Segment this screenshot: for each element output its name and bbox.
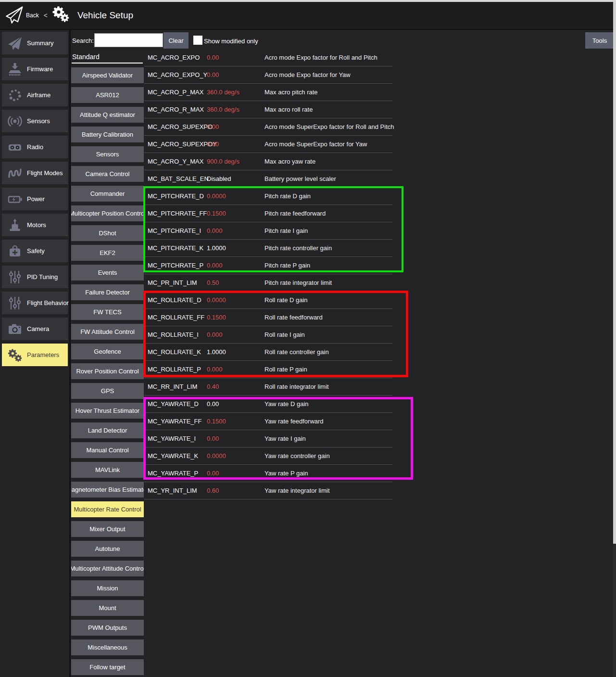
- group-item-land-detector[interactable]: Land Detector: [71, 422, 144, 438]
- param-value: 0.00: [207, 123, 219, 130]
- param-row-mc_yawrate_p[interactable]: MC_YAWRATE_P0.00Yaw rate P gain: [144, 465, 392, 482]
- param-row-mc_acro_p_max[interactable]: MC_ACRO_P_MAX360.0 deg/sMax acro pitch r…: [144, 84, 392, 101]
- tools-button[interactable]: Tools: [585, 32, 614, 49]
- param-row-mc_yr_int_lim[interactable]: MC_YR_INT_LIM0.60Yaw rate integrator lim…: [144, 482, 392, 499]
- group-item-pwm-outputs[interactable]: PWM Outputs: [71, 620, 144, 636]
- param-row-mc_bat_scale_en[interactable]: MC_BAT_SCALE_ENDisabledBattery power lev…: [144, 170, 392, 188]
- group-item-commander[interactable]: Commander: [71, 186, 144, 202]
- back-button[interactable]: Back: [26, 12, 39, 19]
- sidebar-item-label: PID Tuning: [27, 273, 58, 281]
- group-item-ekf2[interactable]: EKF2: [71, 245, 144, 261]
- group-header-standard[interactable]: Standard: [72, 53, 100, 61]
- param-name: MC_YAWRATE_I: [148, 435, 196, 442]
- sidebar-item-motors[interactable]: Motors: [2, 214, 68, 236]
- param-row-mc_pitchrate_d[interactable]: MC_PITCHRATE_D0.0000Pitch rate D gain: [144, 188, 392, 205]
- group-item-mavlink[interactable]: MAVLink: [71, 462, 144, 478]
- sidebar-item-parameters[interactable]: Parameters: [2, 344, 68, 366]
- param-row-mc_pitchrate_i[interactable]: MC_PITCHRATE_I0.000Pitch rate I gain: [144, 222, 392, 240]
- airframe-icon: [6, 87, 24, 104]
- param-row-mc_rollrate_i[interactable]: MC_ROLLRATE_I0.000Roll rate I gain: [144, 326, 392, 344]
- group-item-mission[interactable]: Mission: [71, 580, 144, 596]
- group-item-magnetometer-bias-estimator[interactable]: Magnetometer Bias Estimator: [71, 482, 144, 498]
- group-item-events[interactable]: Events: [71, 265, 144, 281]
- sidebar-item-flight-modes[interactable]: Flight Modes: [2, 162, 68, 184]
- param-row-mc_rollrate_d[interactable]: MC_ROLLRATE_D0.0000Roll rate D gain: [144, 292, 392, 309]
- sidebar-item-pid-tuning[interactable]: PID Tuning: [2, 266, 68, 288]
- show-modified-checkbox[interactable]: [193, 36, 202, 45]
- param-row-mc_rr_int_lim[interactable]: MC_RR_INT_LIM0.40Roll rate integrator li…: [144, 378, 392, 396]
- app-logo-plane-icon[interactable]: [4, 5, 24, 26]
- sidebar-item-power[interactable]: Power: [2, 188, 68, 210]
- param-row-mc_rollrate_ff[interactable]: MC_ROLLRATE_FF0.1500Roll rate feedforwar…: [144, 309, 392, 326]
- sidebar-item-radio[interactable]: Radio: [2, 136, 68, 158]
- param-row-mc_yawrate_k[interactable]: MC_YAWRATE_K0.0000Yaw rate controller ga…: [144, 447, 392, 465]
- group-item-follow-target[interactable]: Follow target: [71, 659, 144, 675]
- param-row-mc_pitchrate_p[interactable]: MC_PITCHRATE_P0.000Pitch rate P gain: [144, 257, 392, 274]
- param-row-mc_pitchrate_k[interactable]: MC_PITCHRATE_K1.0000Pitch rate controlle…: [144, 240, 392, 257]
- sidebar-item-safety[interactable]: Safety: [2, 240, 68, 262]
- group-item-attitude-q-estimator[interactable]: Attitude Q estimator: [71, 107, 144, 123]
- param-description: Yaw rate D gain: [264, 400, 309, 408]
- param-row-mc_acro_r_max[interactable]: MC_ACRO_R_MAX360.0 deg/sMax acro roll ra…: [144, 101, 392, 118]
- scrollbar-thumb[interactable]: [613, 2, 616, 544]
- scrollbar-track[interactable]: [613, 2, 616, 677]
- group-item-mount[interactable]: Mount: [71, 600, 144, 616]
- param-value: 0.000: [207, 262, 223, 269]
- param-row-mc_acro_expo[interactable]: MC_ACRO_EXPO0.00Acro mode Expo factor fo…: [144, 49, 392, 66]
- param-row-mc_acro_supexpoy[interactable]: MC_ACRO_SUPEXPOY0.00Acro mode SuperExpo …: [144, 136, 392, 153]
- clear-button[interactable]: Clear: [163, 32, 189, 49]
- sidebar-item-summary[interactable]: Summary: [2, 32, 68, 54]
- param-row-mc_yawrate_ff[interactable]: MC_YAWRATE_FF0.1500Yaw rate feedforward: [144, 413, 392, 430]
- group-item-rover-position-control[interactable]: Rover Position Control: [71, 363, 144, 379]
- param-description: Acro mode SuperExpo factor for Roll and …: [264, 123, 394, 130]
- group-item-gps[interactable]: GPS: [71, 383, 144, 399]
- group-item-manual-control[interactable]: Manual Control: [71, 442, 144, 458]
- group-item-failure-detector[interactable]: Failure Detector: [71, 284, 144, 300]
- param-description: Roll rate controller gain: [264, 348, 329, 356]
- param-description: Roll rate D gain: [264, 296, 308, 304]
- param-name: MC_ROLLRATE_I: [148, 331, 199, 338]
- group-item-sensors[interactable]: Sensors: [71, 146, 144, 162]
- param-row-mc_yawrate_d[interactable]: MC_YAWRATE_D0.00Yaw rate D gain: [144, 396, 392, 413]
- param-description: Roll rate feedforward: [264, 314, 323, 321]
- group-item-mixer-output[interactable]: Mixer Output: [71, 521, 144, 537]
- group-item-geofence[interactable]: Geofence: [71, 344, 144, 359]
- param-name: MC_ROLLRATE_P: [148, 366, 201, 373]
- param-name: MC_ACRO_R_MAX: [148, 106, 204, 113]
- group-item-multicopter-rate-control[interactable]: Multicopter Rate Control: [71, 501, 144, 517]
- param-row-mc_acro_supexpo[interactable]: MC_ACRO_SUPEXPO0.00Acro mode SuperExpo f…: [144, 118, 392, 136]
- param-row-mc_acro_y_max[interactable]: MC_ACRO_Y_MAX900.0 deg/sMax acro yaw rat…: [144, 153, 392, 170]
- group-item-dshot[interactable]: DShot: [71, 225, 144, 241]
- param-value: 0.1500: [207, 314, 226, 321]
- power-icon: [6, 191, 24, 208]
- param-row-mc_pitchrate_ff[interactable]: MC_PITCHRATE_FF0.1500Pitch rate feedforw…: [144, 205, 392, 222]
- sidebar-item-airframe[interactable]: Airframe: [2, 84, 68, 106]
- group-item-miscellaneous[interactable]: Miscellaneous: [71, 639, 144, 655]
- sidebar-item-camera[interactable]: Camera: [2, 318, 68, 340]
- group-item-multicopter-position-control[interactable]: Multicopter Position Control: [71, 205, 144, 221]
- group-item-asr012[interactable]: ASR012: [71, 87, 144, 103]
- param-row-mc_yawrate_i[interactable]: MC_YAWRATE_I0.00Yaw rate I gain: [144, 430, 392, 447]
- param-name: MC_ACRO_P_MAX: [148, 89, 203, 96]
- sidebar-item-flight-behavior[interactable]: Flight Behavior: [2, 292, 68, 314]
- param-description: Acro mode Expo factor for Yaw: [264, 71, 351, 78]
- group-item-fw-tecs[interactable]: FW TECS: [71, 304, 144, 320]
- group-item-battery-calibration[interactable]: Battery Calibration: [71, 127, 144, 142]
- param-value: 0.000: [207, 227, 223, 234]
- param-row-mc_pr_int_lim[interactable]: MC_PR_INT_LIM0.50Pitch rate integrator l…: [144, 274, 392, 292]
- param-row-mc_rollrate_k[interactable]: MC_ROLLRATE_K1.0000Roll rate controller …: [144, 344, 392, 361]
- vehicle-setup-gears-icon: [51, 5, 74, 26]
- param-row-mc_rollrate_p[interactable]: MC_ROLLRATE_P0.000Roll rate P gain: [144, 361, 392, 378]
- param-value: 0.00: [207, 435, 219, 442]
- group-item-autotune[interactable]: Autotune: [71, 541, 144, 557]
- sidebar-item-firmware[interactable]: Firmware: [2, 58, 68, 80]
- group-item-airspeed-validator[interactable]: Airspeed Validator: [71, 67, 144, 83]
- search-input[interactable]: [94, 33, 163, 47]
- param-row-mc_acro_expo_y[interactable]: MC_ACRO_EXPO_Y0.00Acro mode Expo factor …: [144, 66, 392, 84]
- group-item-fw-attitude-control[interactable]: FW Attitude Control: [71, 324, 144, 340]
- group-item-hover-thrust-estimator[interactable]: Hover Thrust Estimator: [71, 403, 144, 419]
- param-description: Pitch rate integrator limit: [264, 279, 332, 286]
- group-item-multicopter-attitude-control[interactable]: Multicopter Attitude Control: [71, 561, 144, 576]
- group-item-camera-control[interactable]: Camera Control: [71, 166, 144, 182]
- sidebar-item-sensors[interactable]: Sensors: [2, 110, 68, 132]
